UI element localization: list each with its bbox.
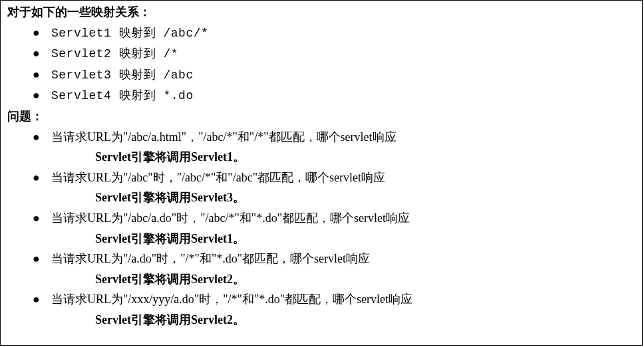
mapping-text: Servlet2 映射到 /* <box>51 47 178 60</box>
section-heading-mappings: 对于如下的一些映射关系： <box>7 2 635 23</box>
question-text: 当请求URL为"/a.do"时，"/*"和"*.do"都匹配，哪个servlet… <box>51 252 370 265</box>
bullet-icon: ● <box>33 249 51 269</box>
answer-text: Servlet引擎将调用Servlet3。 <box>51 187 635 208</box>
question-text: 当请求URL为"/abc"时，"/abc/*"和"/abc"都匹配，哪个serv… <box>51 171 385 184</box>
bullet-icon: ● <box>33 23 51 43</box>
bullet-icon: ● <box>33 64 51 85</box>
mapping-text: Servlet3 映射到 /abc <box>51 68 194 82</box>
bullet-icon: ● <box>33 85 51 106</box>
question-list: ●当请求URL为"/abc/a.html"，"/abc/*"和"/*"都匹配，哪… <box>7 127 635 330</box>
list-item: ●Servlet3 映射到 /abc <box>7 64 635 86</box>
question-text: 当请求URL为"/abc/a.html"，"/abc/*"和"/*"都匹配，哪个… <box>51 130 397 144</box>
bullet-icon: ● <box>33 43 51 64</box>
list-item: ●当请求URL为"/a.do"时，"/*"和"*.do"都匹配，哪个servle… <box>7 249 635 289</box>
list-item: ●Servlet2 映射到 /* <box>7 43 635 64</box>
list-item: ●当请求URL为"/abc/a.html"，"/abc/*"和"/*"都匹配，哪… <box>7 127 635 168</box>
answer-text: Servlet引擎将调用Servlet1。 <box>51 229 635 249</box>
mapping-text: Servlet4 映射到 *.do <box>51 89 194 102</box>
answer-text: Servlet引擎将调用Servlet2。 <box>51 269 635 290</box>
document-frame: 对于如下的一些映射关系： ●Servlet1 映射到 /abc/* ●Servl… <box>0 0 643 346</box>
list-item: ●Servlet4 映射到 *.do <box>7 85 635 106</box>
bullet-icon: ● <box>33 168 51 188</box>
list-item: ●当请求URL为"/xxx/yyy/a.do"时，"/*"和"*.do"都匹配，… <box>7 289 635 330</box>
bullet-icon: ● <box>33 208 51 229</box>
mapping-text: Servlet1 映射到 /abc/* <box>51 27 208 40</box>
bullet-icon: ● <box>33 127 51 148</box>
section-heading-questions: 问题： <box>7 106 635 127</box>
bullet-icon: ● <box>33 289 51 310</box>
answer-text: Servlet引擎将调用Servlet2。 <box>51 310 635 330</box>
mapping-list: ●Servlet1 映射到 /abc/* ●Servlet2 映射到 /* ●S… <box>7 23 635 106</box>
answer-text: Servlet引擎将调用Servlet1。 <box>51 147 635 168</box>
question-text: 当请求URL为"/xxx/yyy/a.do"时，"/*"和"*.do"都匹配，哪… <box>51 292 412 306</box>
list-item: ●当请求URL为"/abc/a.do"时，"/abc/*"和"*.do"都匹配，… <box>7 208 635 249</box>
question-text: 当请求URL为"/abc/a.do"时，"/abc/*"和"*.do"都匹配，哪… <box>51 211 410 225</box>
list-item: ●当请求URL为"/abc"时，"/abc/*"和"/abc"都匹配，哪个ser… <box>7 168 635 208</box>
list-item: ●Servlet1 映射到 /abc/* <box>7 23 635 44</box>
